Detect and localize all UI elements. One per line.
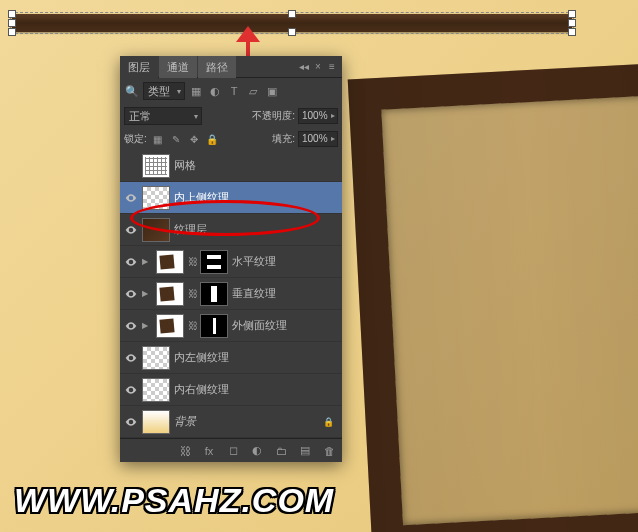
mask-thumbnail[interactable] (200, 250, 228, 274)
layer-thumbnail[interactable] (142, 378, 170, 402)
panel-collapse-icon[interactable]: ◂◂ (298, 61, 310, 73)
layer-name-label[interactable]: 内右侧纹理 (174, 382, 338, 397)
lock-label: 锁定: (124, 132, 147, 146)
layer-group-icon[interactable]: 🗀 (274, 444, 288, 458)
selected-layer-object[interactable] (12, 14, 572, 32)
opacity-label: 不透明度: (252, 109, 295, 123)
adjustment-layer-icon[interactable]: ◐ (250, 444, 264, 458)
layer-thumbnail[interactable] (142, 410, 170, 434)
layer-fx-icon[interactable]: fx (202, 444, 216, 458)
layer-row[interactable]: ▶⛓水平纹理 (120, 246, 342, 278)
panel-menu-icon[interactable]: ≡ (326, 61, 338, 73)
visibility-toggle[interactable] (124, 319, 138, 333)
layer-thumbnail[interactable] (142, 186, 170, 210)
layer-thumbnail[interactable] (156, 282, 184, 306)
layer-name-label[interactable]: 纹理层 (174, 222, 338, 237)
layer-row[interactable]: ▶⛓垂直纹理 (120, 278, 342, 310)
panel-close-icon[interactable]: × (312, 61, 324, 73)
resize-handle-tr[interactable] (568, 10, 576, 18)
mask-thumbnail[interactable] (200, 314, 228, 338)
layer-mask-icon[interactable]: ◻ (226, 444, 240, 458)
lock-row: 锁定: ▦ ✎ ✥ 🔒 填充: 100% (120, 128, 342, 150)
filter-text-icon[interactable]: T (226, 83, 242, 99)
layer-name-label[interactable]: 水平纹理 (232, 254, 338, 269)
wood-frame-canvas (348, 61, 638, 532)
layer-row[interactable]: 网格 (120, 150, 342, 182)
panel-tabs: 图层 通道 路径 ◂◂ × ≡ (120, 56, 342, 78)
lock-pixels-icon[interactable]: ✎ (169, 132, 183, 146)
lock-indicator-icon: 🔒 (323, 417, 334, 427)
layer-thumbnail[interactable] (156, 314, 184, 338)
layer-name-label[interactable]: 内左侧纹理 (174, 350, 338, 365)
resize-handle-mr[interactable] (568, 19, 576, 27)
filter-row: 🔍 类型 ▦ ◐ T ▱ ▣ (120, 78, 342, 104)
mask-link-icon[interactable]: ⛓ (188, 320, 196, 331)
layer-name-label[interactable]: 外侧面纹理 (232, 318, 338, 333)
layers-list: 网格内上侧纹理纹理层▶⛓水平纹理▶⛓垂直纹理▶⛓外侧面纹理内左侧纹理内右侧纹理背… (120, 150, 342, 438)
new-layer-icon[interactable]: ▤ (298, 444, 312, 458)
visibility-toggle[interactable] (124, 287, 138, 301)
resize-handle-ml[interactable] (8, 19, 16, 27)
filter-shape-icon[interactable]: ▱ (245, 83, 261, 99)
resize-handle-tm[interactable] (288, 10, 296, 18)
link-layers-icon[interactable]: ⛓ (178, 444, 192, 458)
lock-position-icon[interactable]: ✥ (187, 132, 201, 146)
visibility-toggle[interactable] (124, 223, 138, 237)
visibility-toggle[interactable] (124, 159, 138, 173)
layer-row[interactable]: 内右侧纹理 (120, 374, 342, 406)
layer-thumbnail[interactable] (142, 346, 170, 370)
layer-thumbnail[interactable] (142, 218, 170, 242)
watermark-text: WWW.PSAHZ.COM (14, 481, 334, 520)
layer-name-label[interactable]: 垂直纹理 (232, 286, 338, 301)
layer-row[interactable]: 内上侧纹理 (120, 182, 342, 214)
visibility-toggle[interactable] (124, 351, 138, 365)
blend-row: 正常 不透明度: 100% (120, 104, 342, 128)
blend-mode-dropdown[interactable]: 正常 (124, 107, 202, 125)
layer-row[interactable]: 内左侧纹理 (120, 342, 342, 374)
tab-channels[interactable]: 通道 (159, 56, 197, 78)
resize-handle-tl[interactable] (8, 10, 16, 18)
group-expand-icon[interactable]: ▶ (142, 321, 152, 330)
visibility-toggle[interactable] (124, 191, 138, 205)
tab-layers[interactable]: 图层 (120, 56, 158, 78)
delete-layer-icon[interactable]: 🗑 (322, 444, 336, 458)
lock-all-icon[interactable]: 🔒 (205, 132, 219, 146)
layer-row[interactable]: ▶⛓外侧面纹理 (120, 310, 342, 342)
layer-name-label[interactable]: 网格 (174, 158, 338, 173)
filter-type-dropdown[interactable]: 类型 (143, 82, 185, 100)
layer-row[interactable]: 背景🔒 (120, 406, 342, 438)
group-expand-icon[interactable]: ▶ (142, 289, 152, 298)
group-expand-icon[interactable]: ▶ (142, 257, 152, 266)
filter-smart-icon[interactable]: ▣ (264, 83, 280, 99)
visibility-toggle[interactable] (124, 415, 138, 429)
layer-name-label[interactable]: 内上侧纹理 (174, 190, 338, 205)
visibility-toggle[interactable] (124, 383, 138, 397)
search-icon[interactable]: 🔍 (124, 83, 140, 99)
layer-thumbnail[interactable] (156, 250, 184, 274)
tab-paths[interactable]: 路径 (198, 56, 236, 78)
visibility-toggle[interactable] (124, 255, 138, 269)
fill-input[interactable]: 100% (298, 131, 338, 147)
mask-link-icon[interactable]: ⛓ (188, 288, 196, 299)
mask-link-icon[interactable]: ⛓ (188, 256, 196, 267)
filter-pixel-icon[interactable]: ▦ (188, 83, 204, 99)
layer-row[interactable]: 纹理层 (120, 214, 342, 246)
resize-handle-bm[interactable] (288, 28, 296, 36)
opacity-input[interactable]: 100% (298, 108, 338, 124)
panel-footer: ⛓ fx ◻ ◐ 🗀 ▤ 🗑 (120, 438, 342, 462)
mask-thumbnail[interactable] (200, 282, 228, 306)
filter-adjust-icon[interactable]: ◐ (207, 83, 223, 99)
resize-handle-br[interactable] (568, 28, 576, 36)
layer-thumbnail[interactable] (142, 154, 170, 178)
lock-transparent-icon[interactable]: ▦ (151, 132, 165, 146)
fill-label: 填充: (272, 132, 295, 146)
layer-name-label[interactable]: 背景 (174, 414, 319, 429)
layers-panel: 图层 通道 路径 ◂◂ × ≡ 🔍 类型 ▦ ◐ T ▱ ▣ 正常 不透明度: … (120, 56, 342, 462)
resize-handle-bl[interactable] (8, 28, 16, 36)
